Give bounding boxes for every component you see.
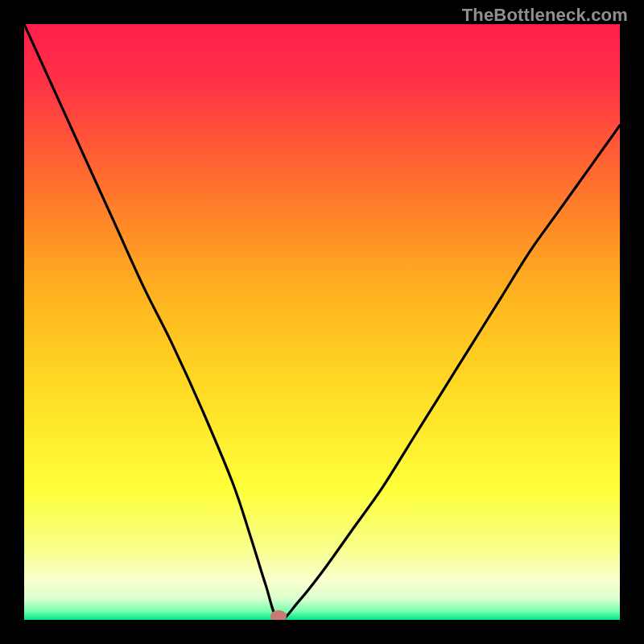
plot-area: [24, 24, 620, 620]
optimum-marker: [270, 610, 287, 620]
bottleneck-curve: [24, 24, 620, 620]
watermark-text: TheBottleneck.com: [462, 5, 628, 26]
frame: TheBottleneck.com: [0, 0, 644, 644]
